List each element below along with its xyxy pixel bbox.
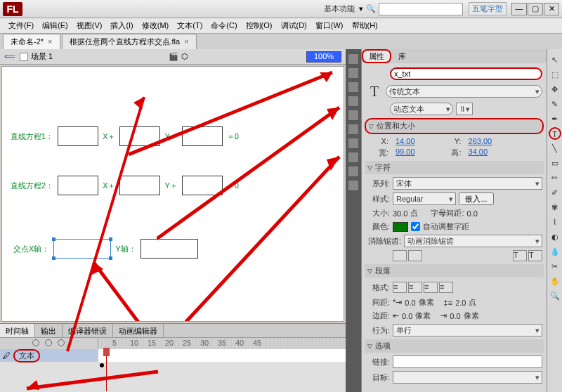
color-swatch[interactable]	[393, 222, 408, 232]
doctab-untitled[interactable]: 未命名-2*×	[3, 34, 60, 49]
align-left-button[interactable]: ≡	[393, 282, 407, 293]
font-style-dropdown[interactable]: Regular	[393, 192, 456, 205]
menu-view[interactable]: 视图(V)	[72, 19, 107, 32]
pencil-tool[interactable]: ✏	[549, 171, 561, 184]
orientation-dropdown[interactable]: ⥮	[456, 103, 473, 115]
close-button[interactable]: ✕	[544, 3, 559, 15]
workspace-label[interactable]: 基本功能	[324, 4, 355, 14]
eyedropper-tool[interactable]: 💧	[549, 245, 561, 258]
superscript-button[interactable]: T	[513, 250, 527, 261]
y-value[interactable]: 263.00	[469, 137, 492, 145]
line-tool[interactable]: ╲	[549, 142, 561, 155]
deco-tool[interactable]: ✾	[549, 201, 561, 214]
panel-icon[interactable]	[348, 166, 359, 177]
menu-window[interactable]: 窗口(W)	[311, 19, 348, 32]
panel-icon[interactable]	[348, 96, 359, 107]
embed-button[interactable]: 嵌入...	[459, 192, 494, 205]
pen-tool[interactable]: ✒	[549, 112, 561, 125]
bone-tool[interactable]: ⌇	[549, 216, 561, 228]
zoom-tool[interactable]: 🔍	[549, 289, 561, 302]
subscript-button[interactable]: T	[528, 250, 542, 261]
html-button[interactable]	[408, 250, 422, 261]
minimize-button[interactable]: —	[511, 3, 527, 15]
menu-file[interactable]: 文件(F)	[4, 19, 38, 32]
menu-debug[interactable]: 调试(D)	[277, 19, 311, 32]
free-transform-tool[interactable]: ✥	[549, 83, 561, 96]
panel-icon[interactable]	[348, 180, 359, 191]
font-size[interactable]: 30.0	[393, 209, 407, 218]
menu-text[interactable]: 文本(T)	[173, 19, 207, 32]
selection-tool[interactable]: ↖	[549, 53, 561, 66]
eraser-tool[interactable]: ✂	[549, 260, 561, 273]
panel-icon[interactable]	[348, 124, 359, 135]
link-input[interactable]	[393, 355, 542, 368]
edit-symbol-icon[interactable]: ⬡	[181, 52, 188, 61]
close-icon[interactable]: ×	[184, 37, 188, 46]
align-center-button[interactable]: ≡	[408, 282, 422, 293]
indent-value[interactable]: 0.0	[405, 299, 415, 307]
tab-timeline[interactable]: 时间轴	[0, 324, 35, 337]
menu-help[interactable]: 帮助(H)	[348, 19, 382, 32]
letter-spacing[interactable]: 0.0	[466, 209, 477, 218]
panel-icon[interactable]	[348, 81, 359, 93]
x-value[interactable]: 14.00	[396, 137, 415, 145]
margin-right[interactable]: 0.0	[450, 312, 460, 320]
text-type-dropdown[interactable]: 动态文本	[390, 103, 453, 115]
hand-tool[interactable]: ✋	[549, 275, 561, 287]
lock-icon[interactable]	[45, 339, 52, 346]
visibility-icon[interactable]	[32, 339, 39, 346]
text-engine-dropdown[interactable]: 传统文本	[386, 85, 542, 98]
menu-control[interactable]: 控制(O)	[242, 19, 277, 32]
section-character[interactable]: 字符	[365, 161, 544, 174]
panel-icon[interactable]	[348, 110, 359, 121]
selectable-button[interactable]	[393, 250, 407, 261]
section-options[interactable]: 选项	[365, 339, 544, 353]
lasso-tool[interactable]: ✎	[549, 98, 561, 110]
leading-value[interactable]: 2.0	[455, 299, 466, 307]
search-input[interactable]	[379, 3, 463, 15]
rectangle-tool[interactable]: ▭	[549, 157, 561, 169]
menu-edit[interactable]: 编辑(E)	[38, 19, 72, 32]
section-position[interactable]: 位置和大小	[365, 118, 544, 134]
height-value[interactable]: 34.00	[469, 148, 488, 158]
layer-name[interactable]: 文本	[13, 349, 40, 362]
text-tool[interactable]: T	[549, 127, 561, 140]
tab-output[interactable]: 输出	[35, 324, 63, 337]
section-paragraph[interactable]: 段落	[365, 264, 544, 277]
brush-tool[interactable]: ✐	[549, 186, 561, 199]
panel-icon[interactable]	[348, 152, 359, 163]
tab-library[interactable]: 库	[391, 49, 413, 63]
paint-bucket-tool[interactable]: ◐	[549, 230, 561, 243]
panel-icon[interactable]	[348, 67, 359, 79]
close-icon[interactable]: ×	[48, 37, 52, 46]
panel-icon[interactable]	[348, 138, 359, 149]
tab-properties[interactable]: 属性	[362, 49, 391, 63]
subselection-tool[interactable]: ⬚	[549, 68, 561, 81]
auto-kern-checkbox[interactable]	[411, 222, 420, 231]
line-behavior-dropdown[interactable]: 单行	[393, 324, 542, 337]
align-right-button[interactable]: ≡	[424, 282, 438, 293]
maximize-button[interactable]: ▢	[528, 3, 543, 15]
panel-icon[interactable]	[348, 53, 359, 65]
width-value[interactable]: 99.00	[396, 148, 415, 158]
stage[interactable]: 直线方程1：X＋Y＋＝0 直线方程2：X＋Y＋＝0 交点X轴： Y轴：	[1, 66, 344, 322]
workspace-dropdown-icon[interactable]: ▾	[359, 4, 363, 13]
ime-indicator: 五笔字型	[469, 2, 507, 15]
target-dropdown[interactable]	[393, 371, 542, 384]
keyframe[interactable]	[100, 363, 104, 367]
doctab-file[interactable]: 根据任意两个直线方程求交点.fla×	[62, 34, 197, 49]
menu-command[interactable]: 命令(C)	[207, 19, 241, 32]
instance-name-input[interactable]	[390, 67, 542, 80]
menu-insert[interactable]: 插入(I)	[106, 19, 137, 32]
margin-left[interactable]: 0.0	[402, 312, 412, 320]
font-family-dropdown[interactable]: 宋体	[393, 177, 542, 190]
edit-scene-icon[interactable]: 🎬	[169, 52, 178, 61]
annotation-arrow	[21, 369, 162, 392]
menu-modify[interactable]: 修改(M)	[138, 19, 174, 32]
back-icon[interactable]: ⟸	[4, 52, 15, 61]
menubar: 文件(F) 编辑(E) 视图(V) 插入(I) 修改(M) 文本(T) 命令(C…	[0, 18, 562, 34]
antialias-dropdown[interactable]: 动画消除锯齿	[404, 235, 542, 247]
annotation-arrow	[185, 151, 344, 322]
zoom-input[interactable]: 100%	[306, 51, 341, 63]
align-justify-button[interactable]: ≡	[439, 282, 453, 293]
